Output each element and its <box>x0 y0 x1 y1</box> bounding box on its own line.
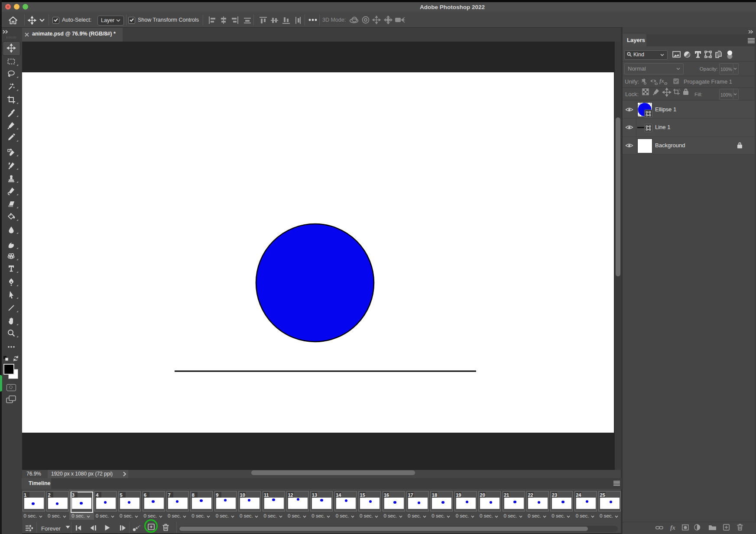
svg-text:fx: fx <box>659 78 664 84</box>
svg-text:fx: fx <box>670 524 675 531</box>
